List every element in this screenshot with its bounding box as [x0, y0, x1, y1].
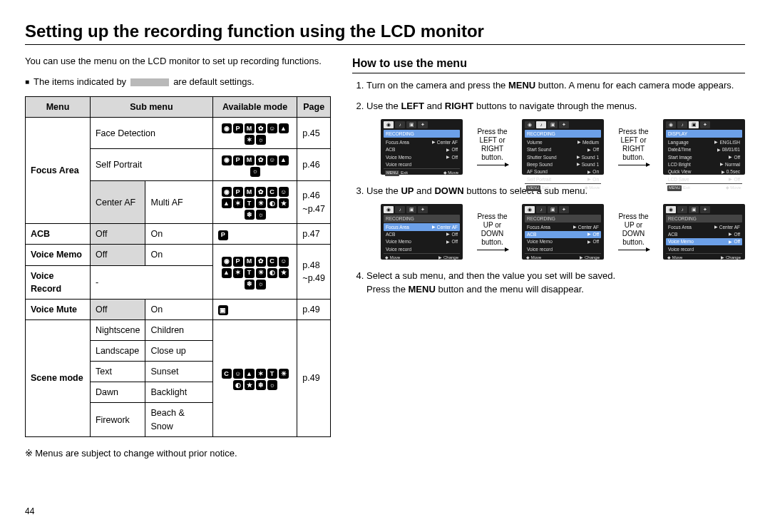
menu-row-r: Center AF — [578, 224, 599, 230]
step2-a: Use the — [366, 101, 401, 111]
triangle-icon: ▶ — [729, 176, 732, 183]
cell-mode-5: ◉PM✿C☺▲✶T☀◐★❄☼ — [212, 245, 297, 299]
menu-row-l: Voice Memo — [527, 238, 553, 245]
menu-row-r: Off — [734, 154, 740, 160]
mode-icon: M — [245, 187, 255, 197]
step1-b: button. A menu for each camera mode appe… — [535, 80, 734, 91]
menu-row-l: LCD Bright — [668, 161, 691, 168]
tab-icon: ♪ — [536, 206, 546, 213]
mode-icon: ◉ — [222, 155, 232, 165]
mode-icon: ☀ — [256, 198, 266, 208]
menu-row-r: Sound 1 — [582, 154, 599, 160]
triangle-icon: ▶ — [729, 239, 732, 245]
mode-icon: ✿ — [256, 123, 266, 133]
lcd-screen-sub-2: ◉♪▣✦ RECORDING Focus Area▶Center AF ACB▶… — [522, 204, 604, 260]
menu-row-r: Center AF — [719, 224, 740, 230]
arrow-right-icon — [477, 165, 508, 165]
tab-icon: ♪ — [536, 121, 546, 128]
menu-row-r: Off — [451, 238, 458, 245]
step4-a: Select a sub menu, and then the value yo… — [366, 270, 615, 281]
menu-row-l: Focus Area — [386, 139, 409, 145]
triangle-icon: ▶ — [714, 224, 718, 230]
cell-vm-off: Off — [90, 245, 145, 265]
mode-icon: M — [245, 155, 255, 165]
footer-change: Change — [443, 255, 458, 260]
menu-row-l: Date&Time — [668, 146, 691, 153]
voice-record-label: Voice Record — [31, 271, 61, 294]
step2-b: and — [424, 101, 445, 111]
mode-icon: T — [245, 198, 255, 208]
step-1: Turn on the camera and press the MENU bu… — [366, 79, 745, 93]
tab-icon: ✦ — [559, 121, 569, 128]
mode-icon: ✶ — [256, 369, 266, 379]
footer-change: Change — [726, 255, 741, 260]
cell-vmu-off: Off — [90, 299, 145, 319]
tab-icon: ▣ — [689, 206, 699, 213]
menu-row-l: Voice Memo — [668, 238, 694, 245]
mode-icon: ☀ — [279, 369, 289, 379]
menu-row-r: Off — [592, 146, 599, 153]
caption-ud-2: Press the UP or DOWN button. — [614, 213, 653, 250]
bold-right: RIGHT — [445, 101, 473, 111]
triangle-icon: ▶ — [720, 161, 724, 168]
triangle-icon: ▶ — [722, 169, 725, 175]
menu-row-r: Off — [592, 238, 599, 245]
mode-icon: ◐ — [233, 380, 243, 390]
cell-children: Children — [145, 319, 212, 340]
mode-icon: ☺ — [233, 369, 243, 379]
menu-row-r: Off — [734, 231, 740, 237]
cell-center-af: Center AF — [90, 180, 145, 224]
mode-icon: P — [233, 155, 243, 165]
mode-icon: ☼ — [267, 380, 277, 390]
menu-row-l: Language — [668, 139, 689, 145]
tab-icon: ◉ — [384, 206, 394, 213]
bold-left: LEFT — [401, 101, 424, 111]
cell-mode-4: P — [212, 224, 297, 245]
cell-acb-off: Off — [90, 224, 145, 245]
triangle-icon: ▶ — [714, 139, 718, 145]
cell-firework: Firework — [90, 403, 145, 436]
cell-page-46: p.46 — [297, 149, 331, 181]
mode-icon: ✶ — [233, 198, 243, 208]
footer-move: Move — [672, 255, 683, 260]
tab-icon: ▣ — [406, 206, 416, 213]
menu-row-r: On — [592, 168, 599, 175]
menu-row-l: Voice record — [386, 161, 411, 168]
menu-row-l: Voice Memo — [386, 238, 411, 245]
cell-page-49a: p.49 — [297, 299, 331, 319]
scene-mode-label: Scene mode — [31, 373, 83, 383]
mode-icon: ◉ — [222, 257, 232, 267]
menu-row-l: LCD Save — [668, 176, 689, 183]
note-suffix: are default settings. — [173, 76, 254, 89]
step4-c: button and the menu will disappear. — [436, 284, 584, 295]
tab-icon: ◉ — [384, 121, 394, 128]
menu-row-l: ACB — [668, 231, 677, 237]
footer-change: Change — [585, 255, 600, 260]
mode-icon: ◐ — [267, 198, 277, 208]
menu-row-l: Voice record — [668, 246, 694, 252]
footer-move: Move — [589, 185, 600, 190]
mode-icon: ▲ — [245, 369, 255, 379]
cell-mode-6: ▣ — [212, 299, 297, 319]
title-divider — [25, 44, 745, 45]
menu-row-r: Center AF — [437, 139, 458, 145]
steps-list: Turn on the camera and press the MENU bu… — [352, 79, 745, 296]
menu-table: Menu Sub menu Available mode Page Focus … — [25, 96, 331, 437]
cell-vm-on: On — [145, 245, 212, 265]
mode-icon: ▣ — [218, 305, 228, 315]
menu-row-l: Start Sound — [527, 146, 551, 153]
cell-sunset: Sunset — [145, 362, 212, 382]
right-column: How to use the menu Turn on the camera a… — [352, 55, 745, 461]
mode-icon: C — [222, 369, 232, 379]
mode-icon: P — [218, 230, 228, 240]
square-bullet-icon: ■ — [25, 77, 29, 88]
tab-icon: ▣ — [548, 121, 558, 128]
triangle-icon: ▶ — [573, 224, 577, 230]
menu-row-r: Off — [734, 238, 740, 245]
mode-icon: ▲ — [279, 155, 289, 165]
mode-icon: ▲ — [279, 123, 289, 133]
mode-icon: M — [245, 257, 255, 267]
caption-ud-1: Press the UP or DOWN button. — [473, 213, 512, 250]
mode-icon: ✿ — [256, 187, 266, 197]
tab-icon: ✦ — [559, 206, 569, 213]
